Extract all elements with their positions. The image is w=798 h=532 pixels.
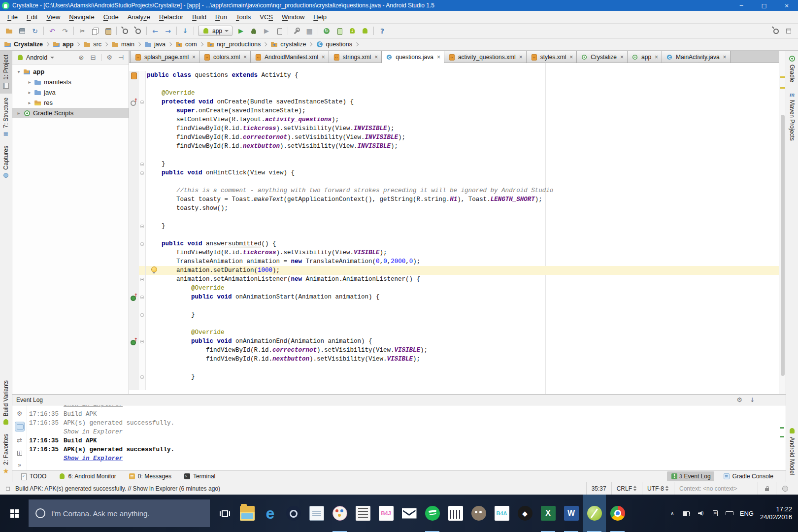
tab-splash-page-xml[interactable]: splash_page.xml× [130, 51, 200, 63]
breadcrumb-src[interactable]: src [83, 40, 101, 48]
project-view-selector[interactable]: Android [26, 54, 47, 61]
fold-marker-icon[interactable] [140, 278, 144, 281]
taskbar-spotify[interactable] [421, 495, 444, 532]
toolbar-project-structure-button[interactable] [303, 25, 316, 37]
strip-gradle[interactable]: Gradle [786, 51, 798, 86]
taskbar-calculator[interactable] [351, 495, 374, 532]
close-tab-icon[interactable]: × [191, 54, 196, 61]
toolbar-back-button[interactable] [149, 25, 162, 37]
breadcrumb-nqr-productions[interactable]: nqr_productions [207, 40, 261, 48]
taskbar-mail[interactable] [398, 495, 421, 532]
intention-bulb-icon[interactable] [150, 266, 158, 276]
toolbar-open-project-button[interactable] [3, 25, 16, 37]
taskbar-edge[interactable]: e [259, 495, 282, 532]
pin-bubble-button[interactable] [15, 422, 25, 432]
caret-position[interactable]: 35:37 [586, 482, 611, 495]
breadcrumb-java[interactable]: java [144, 40, 166, 48]
toolbar-attach-debugger-button[interactable] [273, 25, 286, 37]
menu-view[interactable]: View [42, 12, 65, 22]
close-tab-icon[interactable]: × [373, 54, 378, 61]
fold-marker-icon[interactable] [140, 313, 144, 317]
toolwindow-toggle-icon[interactable] [5, 485, 11, 492]
write-lock-toggle[interactable] [758, 482, 776, 495]
more-icon[interactable]: » [18, 462, 21, 468]
tab-androidmanifest-xml[interactable]: AndroidManifest.xml× [250, 51, 329, 63]
taskbar-file-explorer[interactable] [235, 495, 259, 532]
menu-navigate[interactable]: Navigate [65, 12, 99, 22]
start-button[interactable] [0, 495, 29, 532]
breadcrumb-crystalize[interactable]: crystalize [270, 40, 306, 48]
toolwindow-terminal[interactable]: Terminal [180, 471, 219, 481]
minimize-button[interactable]: ─ [730, 0, 753, 11]
breadcrumb-crystalize[interactable]: Crystalize [4, 40, 43, 48]
toolbar-avd-manager-button[interactable] [333, 25, 346, 37]
fold-marker-icon[interactable] [140, 100, 144, 104]
tab-styles-xml[interactable]: styles.xml× [526, 51, 577, 63]
close-button[interactable]: × [775, 0, 798, 11]
toolbar-edit-configurations-button[interactable] [290, 25, 303, 37]
fold-marker-icon[interactable] [140, 296, 144, 299]
taskbar-word[interactable]: W [560, 495, 583, 532]
toolbar-gradle-sync-button[interactable] [320, 25, 333, 37]
toolbar-help-button[interactable] [376, 25, 389, 37]
menu-build[interactable]: Build [188, 12, 211, 22]
context-selector[interactable]: Context: <no context> [674, 482, 758, 495]
taskbar-paint[interactable] [328, 495, 351, 532]
fold-marker-icon[interactable] [140, 163, 144, 166]
taskbar-b4j[interactable]: B4J [374, 495, 398, 532]
toolbar-update-project-button[interactable] [179, 25, 192, 37]
toolbar-redo-button[interactable] [59, 25, 71, 37]
event-log-scroll-to-end-button[interactable] [747, 394, 757, 406]
menu-run[interactable]: Run [211, 12, 232, 22]
input-language[interactable]: ENG [740, 510, 754, 517]
tray-battery-button[interactable] [683, 509, 691, 517]
tree-expander-icon[interactable]: ▸ [27, 79, 32, 85]
menu-help[interactable]: Help [309, 12, 331, 22]
tree-item-gradle-scripts[interactable]: ▸Gradle Scripts [12, 108, 129, 118]
menu-file[interactable]: File [3, 12, 22, 22]
fold-marker-icon[interactable] [140, 242, 144, 246]
toolbar-synchronize-button[interactable] [29, 25, 41, 37]
fold-marker-icon[interactable] [140, 340, 144, 343]
toolbar-run-button[interactable] [234, 25, 247, 37]
menu-refactor[interactable]: Refactor [155, 12, 188, 22]
inspection-profile-button[interactable] [776, 482, 794, 495]
taskbar-excel[interactable]: X [536, 495, 560, 532]
toolwindow-6-android-monitor[interactable]: 6: Android Monitor [55, 471, 119, 481]
taskbar-android-studio[interactable] [583, 495, 606, 532]
taskbar-gimp[interactable] [467, 495, 490, 532]
fold-marker-icon[interactable] [140, 225, 144, 228]
toolbar-search-everywhere-button[interactable] [769, 25, 782, 37]
fold-marker-icon[interactable] [140, 171, 144, 175]
fold-marker-icon[interactable] [140, 375, 144, 379]
tab-crystalize[interactable]: Crystalize× [576, 51, 628, 63]
toolbar-save-all-button[interactable] [16, 25, 29, 37]
wrap-button[interactable] [15, 435, 25, 445]
toolbar-debug-button[interactable] [247, 25, 260, 37]
project-hide-button[interactable] [116, 52, 127, 64]
run-configuration-selector[interactable]: app [198, 26, 233, 36]
toolbar-paste-button[interactable] [101, 25, 114, 37]
strip-build-variants[interactable]: Build Variants [0, 376, 12, 430]
code-editor[interactable]: public class questions extends Activity … [129, 63, 779, 394]
close-tab-icon[interactable]: × [619, 54, 624, 61]
toolbar-android-device-monitor-button[interactable] [359, 25, 371, 37]
encoding-selector[interactable]: UTF-8 [642, 482, 674, 495]
tree-expander-icon[interactable]: ▸ [27, 90, 32, 95]
toolbar-replace-button[interactable] [132, 25, 144, 37]
close-tab-icon[interactable]: × [321, 54, 325, 61]
taskbar-unity[interactable] [513, 495, 536, 532]
tab-colors-xml[interactable]: colors.xml× [199, 51, 251, 63]
cortana-search[interactable]: I'm Cortana. Ask me anything. [29, 499, 210, 527]
editor-scrollbar[interactable] [779, 51, 786, 394]
event-log-settings-button[interactable] [734, 394, 744, 406]
strip-1-project[interactable]: 1: Project [0, 51, 12, 94]
project-collapse-all-button[interactable] [88, 52, 99, 64]
strip-maven-projects[interactable]: Maven Projects [786, 86, 798, 145]
tray-volume-button[interactable] [697, 509, 705, 517]
toolbar-run-with-coverage-button[interactable] [260, 25, 273, 37]
event-log-link[interactable]: 17:16:35Show in Explorer [29, 454, 786, 463]
toolbar-undo-button[interactable] [46, 25, 59, 37]
breadcrumb-main[interactable]: main [111, 40, 134, 48]
toolbar-copy-button[interactable] [89, 25, 101, 37]
